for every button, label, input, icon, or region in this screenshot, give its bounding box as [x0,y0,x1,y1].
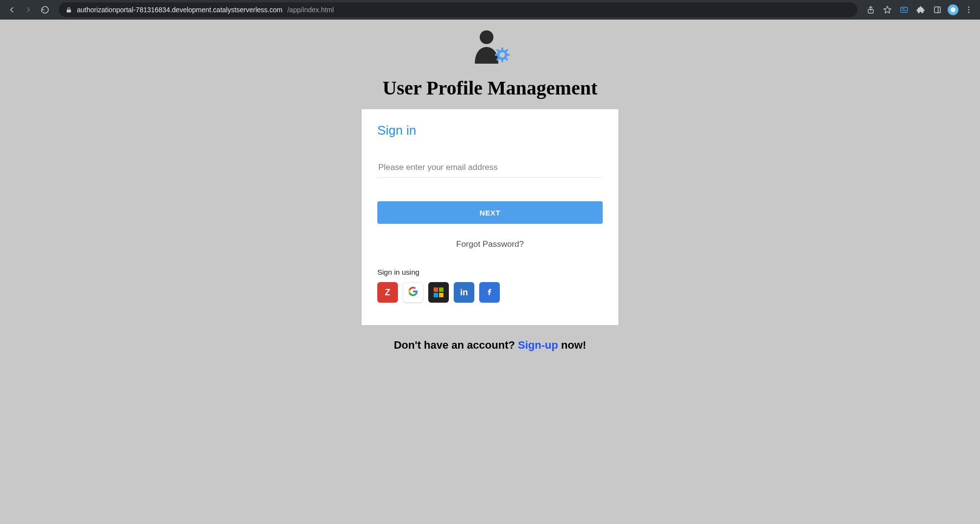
signup-link[interactable]: Sign-up [518,339,558,351]
extensions-icon[interactable] [898,3,910,16]
microsoft-icon [434,287,443,297]
signup-suffix: now! [558,339,586,351]
kebab-menu-icon[interactable] [962,3,975,16]
profile-avatar-icon[interactable] [948,4,958,15]
svg-rect-12 [495,54,498,56]
svg-rect-3 [934,7,940,13]
microsoft-signin-button[interactable] [428,282,449,303]
forward-button[interactable] [22,3,35,17]
svg-rect-10 [501,48,503,50]
forgot-password-link[interactable]: Forgot Password? [377,239,603,249]
zoho-icon: Z [385,287,391,298]
lock-icon [66,7,72,13]
app-logo [470,28,510,67]
next-button[interactable]: NEXT [377,201,603,224]
gear-icon [495,48,510,62]
svg-marker-1 [884,6,891,13]
reload-button[interactable] [38,3,52,17]
url-host: authorizationportal-781316834.developmen… [77,6,282,14]
page-title: User Profile Management [383,76,597,99]
page-body: User Profile Management Sign in NEXT For… [0,20,980,524]
zoho-signin-button[interactable]: Z [377,282,398,303]
signup-prefix: Don't have an account? [394,339,518,351]
user-icon [475,30,498,64]
bookmark-star-icon[interactable] [881,3,894,16]
svg-point-8 [480,30,493,44]
panel-icon[interactable] [931,3,944,16]
google-signin-button[interactable] [403,282,423,303]
svg-point-5 [968,6,970,8]
linkedin-signin-button[interactable]: in [454,282,474,303]
google-icon [408,286,418,299]
svg-point-7 [968,12,970,13]
svg-point-6 [968,9,970,11]
facebook-signin-button[interactable] [479,282,500,303]
puzzle-icon[interactable] [914,3,927,16]
svg-rect-11 [501,59,503,62]
address-bar[interactable]: authorizationportal-781316834.developmen… [59,2,858,17]
email-input[interactable] [377,160,603,178]
social-signin-label: Sign in using [377,268,603,276]
back-button[interactable] [5,3,19,17]
linkedin-icon: in [460,287,468,298]
social-signin-row: Z in [377,282,603,303]
browser-toolbar: authorizationportal-781316834.developmen… [0,0,980,20]
svg-rect-13 [507,54,510,56]
signin-card: Sign in NEXT Forgot Password? Sign in us… [362,109,618,325]
signin-heading: Sign in [377,123,603,138]
facebook-icon [485,286,494,299]
svg-point-9 [498,51,506,59]
url-path: /app/index.html [287,6,334,14]
signup-prompt: Don't have an account? Sign-up now! [394,339,587,352]
svg-rect-2 [901,7,907,13]
share-icon[interactable] [864,3,877,16]
